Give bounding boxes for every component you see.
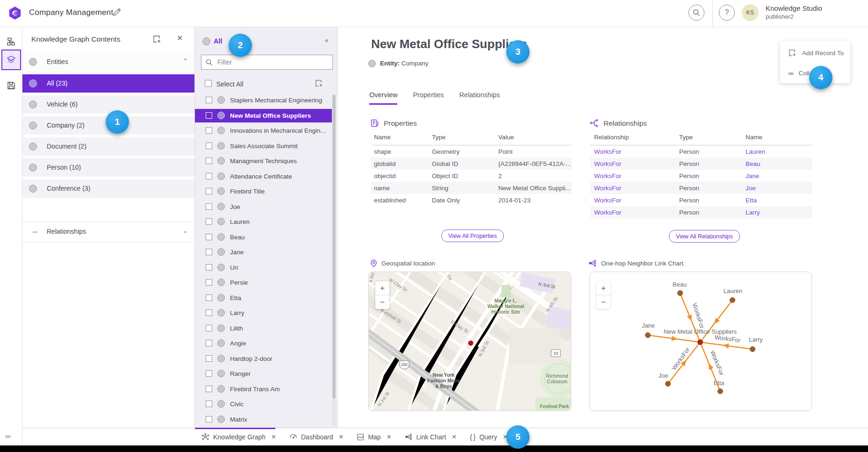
entity-type-row[interactable]: Vehicle (6) — [22, 95, 194, 114]
entity-list-item[interactable]: Firebird Trans Am — [195, 382, 332, 396]
entity-list-item[interactable]: Managment Techniques — [195, 154, 332, 168]
edit-title-icon[interactable] — [112, 7, 122, 17]
entity-list-item[interactable]: Sales Associate Summit — [195, 139, 332, 153]
relationship-link[interactable]: WorksFor — [590, 148, 679, 155]
collapse-panel-icon[interactable]: « — [325, 36, 329, 44]
help-button[interactable]: ? — [719, 5, 735, 21]
add-record-button[interactable] — [315, 79, 323, 89]
graph-node[interactable] — [678, 291, 683, 296]
entity-type-row[interactable]: Person (10) — [22, 158, 194, 177]
menu-item-add-record-to[interactable]: Add Record To — [780, 43, 850, 62]
close-tab-icon[interactable]: ✕ — [338, 433, 344, 440]
save-button[interactable] — [3, 77, 20, 94]
linkchart-card[interactable]: WorksForWorksForWorksForWorksForNew Meta… — [589, 272, 812, 411]
entity-checkbox[interactable] — [206, 370, 212, 377]
graph-node[interactable] — [750, 347, 755, 352]
entity-list-item[interactable]: Joe — [195, 200, 332, 214]
zoom-out-button[interactable]: − — [375, 295, 389, 309]
entity-list-item[interactable]: Uri — [195, 261, 332, 274]
avatar[interactable]: KS — [742, 4, 759, 21]
tab-dashboard[interactable]: Dashboard ✕ — [283, 428, 350, 445]
tab-knowledge-graph[interactable]: Knowledge Graph ✕ — [195, 428, 283, 445]
close-panel-button[interactable]: ✕ — [177, 34, 183, 43]
chevron-up-icon[interactable]: ⌃ — [183, 57, 188, 65]
entity-checkbox[interactable] — [206, 309, 212, 316]
scrollbar-thumb[interactable] — [332, 95, 336, 399]
relationship-link[interactable]: WorksFor — [590, 209, 679, 216]
entity-checkbox[interactable] — [206, 249, 212, 255]
entity-list-item[interactable]: Ranger — [195, 367, 332, 380]
linkchart-canvas[interactable]: WorksForWorksForWorksForWorksForNew Meta… — [590, 272, 811, 410]
entity-list-item[interactable]: New Metal Office Suppliers — [195, 109, 332, 122]
relationship-link[interactable]: WorksFor — [590, 160, 679, 167]
entity-checkbox[interactable] — [206, 340, 212, 346]
entity-list-item[interactable]: Persie — [195, 276, 332, 289]
entity-list-item[interactable]: Lauren — [195, 215, 332, 229]
entity-list-item[interactable]: Hardtop 2-door — [195, 352, 332, 366]
entity-checkbox[interactable] — [206, 143, 212, 149]
entity-type-row[interactable]: All (23) — [22, 74, 194, 93]
entity-checkbox[interactable] — [206, 264, 212, 271]
related-entity-link[interactable]: Etta — [746, 197, 812, 204]
app-logo-icon[interactable] — [8, 6, 22, 20]
entity-checkbox[interactable] — [206, 173, 212, 179]
entity-checkbox[interactable] — [206, 355, 212, 362]
entity-list-item[interactable]: Beau — [195, 230, 332, 244]
expand-rail-button[interactable]: »» — [5, 432, 10, 440]
tab-link-chart[interactable]: Link Chart ✕ — [398, 428, 464, 445]
geospatial-map[interactable]: k Rd W Clay St W Marshall St Sa E Clay S… — [368, 272, 571, 411]
entity-checkbox[interactable] — [206, 386, 212, 392]
add-record-button[interactable] — [152, 35, 161, 45]
relationship-link[interactable]: WorksFor — [590, 172, 679, 179]
entity-checkbox[interactable] — [206, 294, 212, 301]
related-entity-link[interactable]: Beau — [746, 160, 812, 167]
entity-checkbox[interactable] — [206, 203, 212, 210]
relationship-link[interactable]: WorksFor — [590, 197, 679, 204]
entity-list-item[interactable]: Attendance Certificate — [195, 170, 332, 183]
entity-checkbox[interactable] — [206, 279, 212, 286]
account-info[interactable]: Knowledge Studio publisher2 — [766, 4, 822, 21]
zoom-out-button[interactable]: − — [596, 295, 610, 309]
relationship-link[interactable]: WorksFor — [590, 185, 679, 192]
contents-button[interactable] — [1, 50, 21, 70]
entity-list-item[interactable]: Larry — [195, 306, 332, 320]
list-scrollbar[interactable] — [332, 93, 336, 426]
entity-type-row[interactable]: Document (2) — [22, 137, 194, 156]
related-entity-link[interactable]: Joe — [746, 185, 812, 192]
select-all-checkbox[interactable] — [205, 80, 212, 87]
entity-list-item[interactable]: Angie — [195, 337, 332, 350]
entity-checkbox[interactable] — [206, 188, 212, 194]
graph-center-node[interactable] — [698, 340, 703, 345]
graph-node[interactable] — [718, 389, 723, 394]
related-entity-link[interactable]: Larry — [746, 209, 812, 216]
entity-checkbox[interactable] — [206, 234, 212, 240]
entity-list-item[interactable]: Firebird Title — [195, 185, 332, 198]
view-all-relationships-button[interactable]: View All Relationships — [669, 230, 740, 243]
entity-checkbox[interactable] — [206, 127, 212, 134]
close-tab-icon[interactable]: ✕ — [452, 433, 457, 440]
entity-checkbox[interactable] — [206, 158, 212, 164]
entity-list-item[interactable]: Staplers Mechanical Engineering — [195, 93, 332, 107]
close-tab-icon[interactable]: ✕ — [387, 433, 392, 440]
graph-node[interactable] — [646, 333, 651, 338]
entity-list-item[interactable]: Innovations in Mechanical Engin... — [195, 124, 332, 137]
map-canvas[interactable]: k Rd W Clay St W Marshall St Sa E Clay S… — [369, 272, 571, 410]
entities-section-header[interactable]: Entities ⌃ — [22, 52, 194, 72]
entity-type-row[interactable]: Conference (3) — [22, 179, 194, 198]
entity-checkbox[interactable] — [206, 325, 212, 331]
zoom-in-button[interactable]: + — [596, 281, 610, 295]
tab-relationships[interactable]: Relationships — [459, 91, 500, 105]
entity-list-item[interactable]: Civic — [195, 397, 332, 411]
entity-list-item[interactable]: Etta — [195, 291, 332, 305]
entity-list-item[interactable]: Jane — [195, 245, 332, 259]
chevron-down-icon[interactable]: ⌄ — [183, 227, 188, 234]
tab-properties[interactable]: Properties — [413, 91, 444, 105]
zoom-in-button[interactable]: + — [375, 281, 389, 295]
related-entity-link[interactable]: Lauren — [746, 148, 812, 155]
search-button[interactable] — [689, 5, 704, 21]
close-tab-icon[interactable]: ✕ — [271, 433, 276, 440]
tab-overview[interactable]: Overview — [369, 91, 397, 105]
graph-node[interactable] — [730, 298, 735, 303]
entity-checkbox[interactable] — [206, 97, 212, 103]
entity-list-item[interactable]: Lilith — [195, 322, 332, 335]
